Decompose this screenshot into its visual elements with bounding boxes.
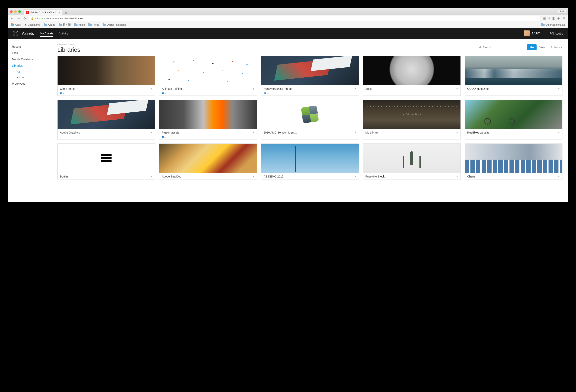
card-menu-icon[interactable]: ▼ [456,131,458,134]
bookmarks-button[interactable]: ★ Bookmarks [23,23,42,27]
card-thumbnail [58,100,155,129]
card-menu-icon[interactable]: ▼ [252,176,254,178]
card-title: Handy graphics Adobe [263,87,291,90]
library-card[interactable]: Handy graphics Adobe ▼ 👥3 [261,56,359,96]
card-thumbnail [465,56,562,85]
creative-cloud-logo-icon[interactable] [13,31,18,36]
card-thumbnail [159,144,257,173]
browser-titlebar: A Adobe Creative Cloud × ▱ Bart [8,8,568,15]
star-icon: ★ [24,23,27,26]
chevron-right-icon: 〉 [46,52,48,54]
card-menu-icon[interactable]: ▼ [456,88,458,90]
chevron-down-icon: ⌄ [46,64,48,67]
card-menu-icon[interactable]: ▼ [456,176,458,178]
card-menu-icon[interactable]: ▼ [151,176,153,178]
sidebar-sub-shared[interactable]: Shared [8,75,52,80]
card-menu-icon[interactable]: ▼ [558,131,560,134]
library-card[interactable]: 2016 AMC Solution Ident... ▼ [261,100,359,139]
library-card[interactable]: Client items ▼ 👥3 [57,56,155,96]
bookmark-star-icon[interactable]: ☆ [537,17,539,20]
back-button[interactable]: ← [10,16,14,21]
card-member-count: 👥3 [263,92,356,94]
card-thumbnail [261,100,358,129]
card-title: AE DEMO 2015 [263,175,284,178]
library-card[interactable]: Stock ▼ [363,56,461,96]
search-icon [479,46,481,49]
bookmark-folder[interactable]: Adobe [43,23,56,27]
search-field[interactable] [479,45,524,50]
sidebar-sub-all[interactable]: All [8,69,52,75]
sidebar-item-mobile-creations[interactable]: Mobile Creations〉 [8,56,52,62]
library-card[interactable]: Fuse (No Stock) ▼ [363,143,461,180]
address-bar[interactable]: 🔒 https://assets.adobe.com/assets/librar… [29,16,541,21]
search-input[interactable] [483,46,524,49]
bookmark-folder[interactable]: 日本語 [58,23,72,27]
folder-icon [59,24,62,26]
tab-close-icon[interactable]: × [59,11,60,14]
card-menu-icon[interactable]: ▼ [252,131,254,134]
library-card[interactable]: Pigeon assets ▼ 👥2 [159,100,257,139]
bookmark-folder[interactable]: Perso [87,23,100,27]
card-thumbnail [261,56,358,85]
url-scheme: https:// [35,17,43,20]
library-card[interactable]: Charts ▼ [465,143,562,180]
nav-activity[interactable]: Activity [58,30,68,37]
library-card[interactable]: Adobe Graphics ▼ [57,100,155,139]
bookmark-folder[interactable]: Digital Publishing [102,23,127,27]
card-menu-icon[interactable]: ▼ [354,131,356,134]
browser-toolbar: ← → ⟳ 🔒 https://assets.adobe.com/assets/… [8,15,568,22]
new-tab-button[interactable]: ▱ [63,10,68,15]
card-menu-icon[interactable]: ▼ [354,176,356,178]
toolbar: Go View▼ Actions▼ [57,44,562,50]
reader-icon[interactable]: ◈ [557,16,560,21]
sidebar-item-libraries[interactable]: Libraries⌄ [8,62,52,69]
sidebar-item-recent[interactable]: Recent [8,43,52,50]
extension-icon[interactable]: ◧ [552,16,555,21]
app-brand: Assets [22,31,34,36]
menu-icon[interactable]: ≡ [562,16,566,21]
card-thumbnail [363,56,461,85]
actions-dropdown[interactable]: Actions▼ [551,46,562,49]
reload-button[interactable]: ⟳ [23,16,27,21]
other-bookmarks[interactable]: Other Bookmarks [540,23,566,27]
window-maximize-button[interactable] [18,10,21,13]
sidebar-item-prototypes[interactable]: Prototypes [8,80,52,87]
card-member-count: 👥2 [162,135,254,138]
library-card[interactable]: Bottles ▼ [57,143,155,180]
sidebar-item-files[interactable]: Files〉 [8,50,52,56]
adobe-logo[interactable]: Adobe [550,32,563,35]
user-menu[interactable]: BART [524,30,540,36]
people-icon: 👥 [263,92,266,94]
card-title: Client items [60,87,75,90]
nav-my-assets[interactable]: My Assets [40,30,53,37]
card-title: GOOD magazine [467,87,489,90]
forward-button[interactable]: → [16,16,21,21]
view-dropdown[interactable]: View▼ [539,46,548,49]
apps-button[interactable]: Apps [10,23,22,27]
library-card[interactable]: AnimateTraining ▼ 👥2 [159,56,257,96]
library-card[interactable]: Adobe Sea Dog ▼ [159,143,257,180]
browser-tab[interactable]: A Adobe Creative Cloud × [24,10,62,15]
download-icon[interactable]: ⬇ [548,16,550,21]
card-title: 2016 AMC Solution Ident... [263,131,297,134]
cast-icon[interactable]: ▣ [543,16,546,21]
library-card[interactable]: AE DEMO 2015 ▼ [261,143,359,180]
card-title: AnimateTraining [162,87,182,90]
chrome-profile-button[interactable]: Bart [557,10,566,14]
library-card[interactable]: IkesBikes website ▼ [465,100,562,139]
go-button[interactable]: Go [527,44,537,50]
window-close-button[interactable] [10,10,13,13]
library-card[interactable]: My Library ▼ [363,100,461,139]
chevron-down-icon: ▼ [546,46,548,48]
card-menu-icon[interactable]: ▼ [151,131,153,134]
card-menu-icon[interactable]: ▼ [354,88,356,90]
card-menu-icon[interactable]: ▼ [252,88,254,90]
card-thumbnail [465,100,562,129]
library-card[interactable]: GOOD magazine ▼ [465,56,562,96]
bookmark-folder[interactable]: Apple [73,23,86,27]
card-menu-icon[interactable]: ▼ [558,176,560,178]
card-member-count: 👥3 [60,92,153,94]
card-menu-icon[interactable]: ▼ [558,88,560,90]
card-menu-icon[interactable]: ▼ [151,88,153,90]
window-minimize-button[interactable] [14,10,17,13]
